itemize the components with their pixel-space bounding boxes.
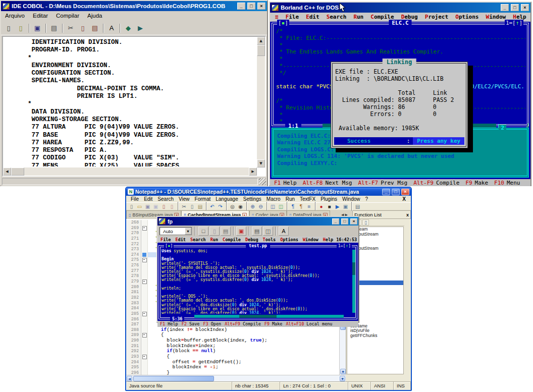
scroll-thumb[interactable] [257, 45, 265, 56]
zoom-in-icon[interactable]: ⊕ [249, 203, 256, 210]
new-file-icon[interactable]: ▯ [128, 203, 135, 210]
menu-item[interactable]: File [161, 237, 171, 242]
fkey-hint[interactable]: F3Open [203, 321, 221, 326]
cut-icon[interactable]: ✂ [180, 203, 188, 210]
dos-close-icon[interactable]: [▪] [164, 243, 174, 248]
menu-item[interactable]: Settings [241, 196, 264, 202]
minimize-button[interactable]: _ [237, 3, 245, 10]
npp-titlebar[interactable]: N Notepad++ - D:\SOURCES\notepad++.TESTU… [126, 188, 411, 196]
chevron-down-icon[interactable]: ▼ [185, 228, 191, 235]
open-file-icon[interactable]: ▯ [15, 23, 26, 33]
fold-marker-icon[interactable] [141, 332, 148, 338]
menu-item[interactable]: Debug [245, 237, 258, 242]
close-button[interactable]: × [257, 3, 265, 10]
fold-marker-icon[interactable] [141, 226, 148, 231]
fold-marker-icon[interactable] [141, 311, 148, 317]
undo-icon[interactable]: ↶ [208, 203, 216, 210]
fkey-hint[interactable]: F10Menu [494, 180, 520, 186]
function-list-close-icon[interactable]: x [406, 212, 409, 217]
menu-item[interactable]: View [176, 196, 192, 202]
eol-format-status[interactable]: UNIX [348, 382, 371, 390]
scroll-left-icon[interactable]: ◀ [3, 167, 11, 176]
scroll-left-icon[interactable]: ◀ [127, 376, 132, 381]
function-list-item[interactable]: isDjVuFile [347, 328, 403, 333]
fkey-hint[interactable]: Alt-F8Next Msg [303, 180, 352, 186]
fkey-hint[interactable]: F1Help [274, 180, 297, 186]
menu-item[interactable]: Help [323, 237, 333, 242]
menu-item[interactable]: Window [303, 237, 318, 242]
menu-item[interactable]: Compilar [56, 13, 79, 20]
dos-zoom-icon[interactable]: 1=[↑] [337, 243, 352, 248]
menu-item[interactable]: Arquivo [5, 13, 25, 20]
function-list-item[interactable]: getIFFChunks [347, 333, 403, 339]
print-icon[interactable]: ▤ [48, 23, 60, 33]
indent-guide-icon[interactable]: ≡ [305, 203, 313, 210]
menu-item[interactable]: Options [455, 13, 478, 22]
window-icon[interactable]: ◫ [263, 227, 273, 236]
insert-mode-status[interactable]: INS [394, 382, 411, 390]
menu-item[interactable]: Search [327, 13, 347, 22]
close-button[interactable]: × [401, 189, 409, 195]
editor-horizontal-scrollbar[interactable]: ◀ ▼ [126, 375, 346, 381]
properties-icon[interactable]: ▤ [252, 227, 262, 236]
scroll-thumb[interactable] [133, 376, 214, 381]
fold-marker-icon[interactable] [141, 279, 148, 285]
save-file-icon[interactable]: ▣ [32, 23, 43, 33]
run-icon[interactable]: ▶ [135, 23, 146, 33]
fold-marker-icon[interactable] [141, 354, 148, 360]
zoom-out-icon[interactable]: ⊖ [257, 203, 264, 210]
save-icon[interactable]: ▣ [144, 203, 151, 210]
font-icon[interactable]: A [106, 23, 117, 33]
menu-item[interactable]: File [128, 196, 141, 202]
stop-macro-icon[interactable]: ■ [326, 203, 333, 210]
scroll-down-icon[interactable]: ▼ [257, 159, 265, 167]
dos-vertical-scrollbar[interactable] [352, 250, 355, 313]
press-any-key-prompt[interactable]: Press any key [413, 137, 464, 145]
cobol-titlebar[interactable]: IDE COBOL - D:\Meus Documentos\Sistemas\… [1, 1, 267, 11]
dos-zoom-icon[interactable]: 1=[↑] [505, 20, 523, 26]
save-macro-icon[interactable]: ▣ [342, 203, 349, 210]
copy-icon[interactable]: ▯ [77, 23, 88, 33]
copy-icon[interactable]: ▯ [188, 203, 196, 210]
testpp-editor-window[interactable]: [▪] test.pp 1=[↑] Uses sysutils, dos; Be… [158, 245, 357, 319]
new-file-icon[interactable]: ▯ [3, 23, 14, 33]
menu-item[interactable]: TextFX [297, 196, 318, 202]
minimize-button[interactable]: _ [382, 189, 390, 195]
maximize-button[interactable]: □ [247, 3, 255, 10]
fullscreen-icon[interactable]: ▣ [236, 227, 246, 236]
fkey-hint[interactable]: F1Help [160, 321, 178, 326]
replace-icon[interactable]: ◉ [237, 203, 244, 210]
paste-icon[interactable]: ▤ [89, 23, 100, 33]
print-icon[interactable]: ▤ [354, 203, 361, 210]
show-symbols-icon[interactable]: ¶ [297, 203, 305, 210]
fkey-hint[interactable]: Alt+F9Compile [225, 321, 261, 326]
find-icon[interactable]: ◎ [229, 203, 236, 210]
menu-item[interactable]: Search [155, 196, 176, 202]
redo-icon[interactable]: ↷ [217, 203, 224, 210]
scroll-down-icon[interactable]: ▼ [340, 369, 346, 374]
play-macro-icon[interactable]: ▶ [334, 203, 341, 210]
font-size-combobox[interactable]: Auto▼ [159, 227, 192, 235]
paste-icon[interactable]: ▤ [221, 227, 231, 236]
menu-item[interactable]: Edit [141, 196, 155, 202]
menu-item[interactable]: Project [425, 13, 448, 22]
menu-item[interactable]: Edit [306, 13, 319, 22]
copy-name-icon[interactable]: ▯ [362, 219, 369, 226]
menu-item[interactable]: Ajuda [87, 13, 102, 20]
menu-item[interactable]: Run [283, 196, 297, 202]
menu-item[interactable]: Compile [223, 237, 241, 242]
horizontal-scrollbar[interactable]: ◀ ▶ [3, 167, 257, 176]
menu-item[interactable]: Plugins [318, 196, 340, 202]
fkey-hint[interactable]: Alt-F7Prev Msg [358, 180, 407, 186]
cobol-editor[interactable]: IDENTIFICATION DIVISION. PROGRAM-ID. PRO… [2, 36, 266, 177]
cut-icon[interactable]: ✂ [65, 23, 76, 33]
fkey-hint[interactable]: Alt+F10Local menu [286, 321, 332, 326]
save-all-icon[interactable]: ▣ [152, 203, 159, 210]
font-icon[interactable]: A [279, 227, 289, 236]
fkey-hint[interactable]: F2Save [182, 321, 200, 326]
copy-icon[interactable]: ▯ [209, 227, 220, 236]
linking-dialog[interactable]: Linking EXE file : ELC.EXELinking : \BOR… [331, 62, 468, 148]
menu-item[interactable]: Tools [263, 237, 276, 242]
sync-scroll-icon[interactable]: ◫ [277, 203, 285, 210]
doc-close-icon[interactable]: X [399, 196, 409, 202]
